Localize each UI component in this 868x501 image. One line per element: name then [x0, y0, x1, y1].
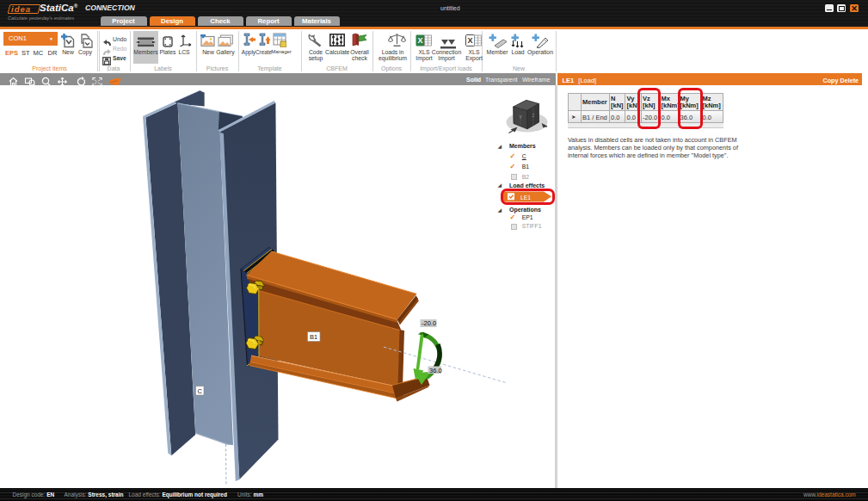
svg-text:X: X — [467, 36, 472, 45]
svg-text:B1: B1 — [310, 333, 317, 341]
svg-text:C: C — [198, 387, 203, 395]
svg-text:-20.0: -20.0 — [422, 319, 436, 327]
svg-text:Z: Z — [532, 114, 535, 118]
svg-text:Y: Y — [520, 115, 522, 120]
svg-text:X: X — [417, 36, 422, 45]
svg-text:36.0: 36.0 — [429, 367, 442, 374]
